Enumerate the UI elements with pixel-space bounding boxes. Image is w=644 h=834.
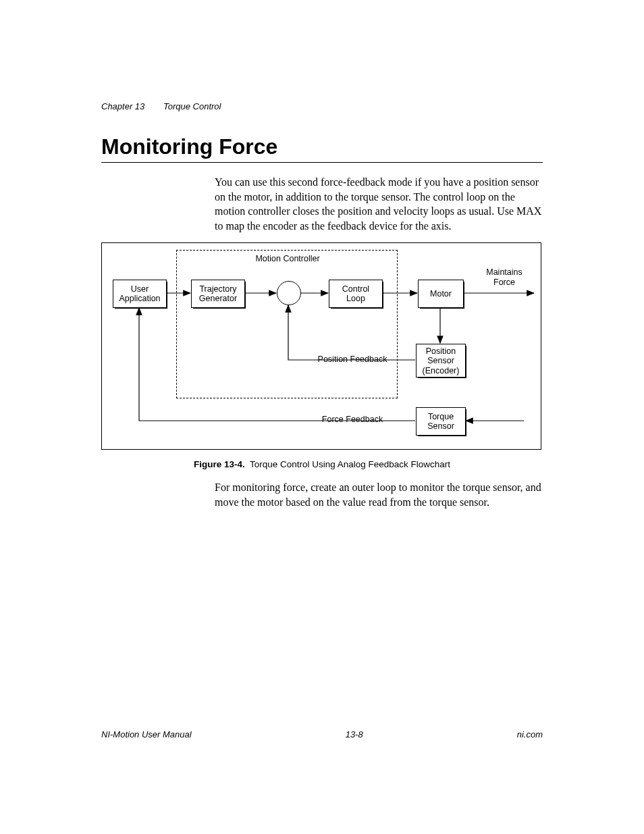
- figure-title: Torque Control Using Analog Feedback Flo…: [250, 459, 450, 469]
- maintains-l1: Maintains: [486, 267, 522, 277]
- figure-number: Figure 13-4.: [194, 459, 245, 469]
- tsensor-l2: Sensor: [427, 421, 454, 431]
- position-sensor-node: PositionSensor(Encoder): [416, 344, 466, 377]
- motion-controller-region: [176, 250, 398, 398]
- figure-13-4: Motion Controller UserApplication Trajec…: [101, 242, 543, 469]
- traj-l2: Generator: [199, 294, 237, 303]
- traj-l1: Trajectory: [199, 284, 236, 294]
- motor-node: Motor: [418, 280, 464, 308]
- footer-center: 13-8: [346, 729, 363, 739]
- page-footer: NI-Motion User Manual 13-8 ni.com: [101, 729, 543, 739]
- figure-caption: Figure 13-4. Torque Control Using Analog…: [107, 459, 537, 469]
- psensor-l3: (Encoder): [423, 366, 460, 375]
- motion-controller-label: Motion Controller: [237, 254, 338, 263]
- ctrl-l1: Control: [342, 284, 369, 294]
- position-feedback-label: Position Feedback: [308, 355, 396, 364]
- running-header: Chapter 13 Torque Control: [101, 101, 543, 111]
- tsensor-l1: Torque: [428, 412, 454, 421]
- chapter-title: Torque Control: [163, 101, 221, 111]
- paragraph-2: For monitoring force, create an outer lo…: [215, 480, 543, 509]
- chapter-number: Chapter 13: [101, 101, 144, 111]
- heading-monitoring-force: Monitoring Force: [101, 134, 543, 159]
- motor-label: Motor: [430, 289, 452, 298]
- maintains-l2: Force: [493, 278, 515, 287]
- body-text: You can use this second force-feedback m…: [215, 175, 543, 233]
- maintains-force-label: Maintains Force: [477, 267, 531, 287]
- torque-sensor-node: TorqueSensor: [416, 407, 466, 436]
- psensor-l2: Sensor: [427, 356, 454, 365]
- trajectory-generator-node: TrajectoryGenerator: [191, 280, 245, 308]
- footer-left: NI-Motion User Manual: [101, 729, 192, 739]
- heading-rule: [101, 162, 543, 163]
- flowchart-box: Motion Controller UserApplication Trajec…: [101, 242, 541, 450]
- control-loop-node: ControlLoop: [329, 280, 383, 308]
- force-feedback-label: Force Feedback: [308, 415, 396, 424]
- user-app-l1: User: [131, 284, 149, 294]
- footer-right: ni.com: [517, 729, 543, 739]
- psensor-l1: Position: [426, 346, 456, 356]
- ctrl-l2: Loop: [346, 294, 365, 303]
- user-application-node: UserApplication: [113, 280, 167, 308]
- body-text-2: For monitoring force, create an outer lo…: [215, 480, 543, 509]
- user-app-l2: Application: [119, 294, 160, 303]
- paragraph-1: You can use this second force-feedback m…: [215, 175, 543, 233]
